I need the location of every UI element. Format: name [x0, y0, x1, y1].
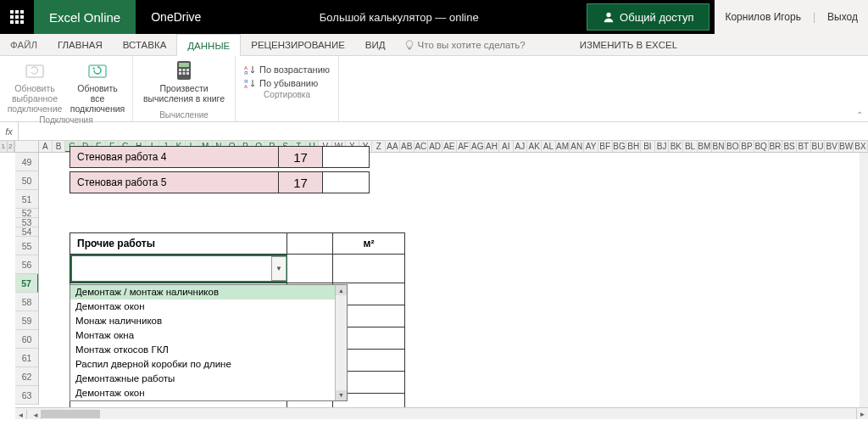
col-header-AC[interactable]: AC [415, 141, 429, 152]
scroll-thumb[interactable] [41, 410, 100, 418]
sort-asc-button[interactable]: АЯ По возрастанию [244, 64, 330, 75]
col-header-BG[interactable]: BG [613, 141, 627, 152]
dropdown-option[interactable]: Демонтаж окон [70, 299, 347, 314]
svg-rect-5 [179, 63, 189, 67]
col-header-BN[interactable]: BN [712, 141, 726, 152]
col-header-BO[interactable]: BO [726, 141, 740, 152]
col-header-AL[interactable]: AL [542, 141, 556, 152]
col-header-BL[interactable]: BL [683, 141, 698, 152]
col-header-Z[interactable]: Z [372, 141, 386, 152]
col-header-BI[interactable]: BI [641, 141, 655, 152]
row-header-49[interactable]: 49 [15, 153, 38, 171]
col-header-BW[interactable]: BW [839, 141, 854, 152]
row-header-55[interactable]: 55 [15, 237, 38, 255]
pink-row-2[interactable]: Стеновая работа 5 17 [70, 171, 370, 193]
col-header-BH[interactable]: BH [626, 141, 641, 152]
tab-view[interactable]: ВИД [355, 34, 396, 55]
dropdown-option[interactable]: Распил дверной коробки по длине [70, 357, 347, 372]
document-title: Большой калькулятор — online [216, 0, 581, 34]
scroll-left-icon[interactable]: ◄ [15, 410, 27, 420]
sort-desc-button[interactable]: ЯА По убыванию [244, 78, 330, 88]
share-button[interactable]: Общий доступ [587, 3, 709, 31]
col-header-AD[interactable]: AD [428, 141, 442, 152]
tab-data[interactable]: ДАННЫЕ [176, 34, 241, 56]
dropdown-scrollbar[interactable]: ▲ ▼ [335, 285, 347, 400]
exit-link[interactable]: Выход [827, 11, 858, 23]
col-header-AJ[interactable]: AJ [514, 141, 528, 152]
col-header-BK[interactable]: BK [669, 141, 683, 152]
col-header-BJ[interactable]: BJ [655, 141, 670, 152]
col-header-AK[interactable]: AK [527, 141, 542, 152]
row-header-50[interactable]: 50 [15, 171, 38, 190]
row-header-63[interactable]: 63 [15, 386, 38, 405]
share-label: Общий доступ [620, 11, 693, 24]
tab-review[interactable]: РЕЦЕНЗИРОВАНИЕ [241, 34, 355, 55]
col-header-BP[interactable]: BP [740, 141, 754, 152]
tab-insert[interactable]: ВСТАВКА [113, 34, 177, 55]
col-header-BS[interactable]: BS [782, 141, 797, 152]
col-header-BM[interactable]: BM [698, 141, 712, 152]
dropdown-option[interactable]: Монаж наличников [70, 314, 347, 328]
tab-home[interactable]: ГЛАВНАЯ [47, 34, 113, 55]
pink-row-2-label: Стеновая работа 5 [70, 172, 279, 193]
dropdown-option[interactable]: Демонтажные работы [70, 372, 347, 386]
refresh-all-button[interactable]: Обновить все подключения [71, 59, 124, 114]
col-header-AE[interactable]: AE [442, 141, 457, 152]
table-row-active[interactable]: ▼ [70, 255, 405, 283]
dropdown-option[interactable]: Демонтаж / монтаж наличников [70, 285, 347, 299]
col-header-AH[interactable]: AH [485, 141, 499, 152]
row-header-57[interactable]: 57 [15, 274, 38, 293]
dropdown-list[interactable]: Демонтаж / монтаж наличниковДемонтаж око… [70, 284, 348, 401]
onedrive-link[interactable]: OneDrive [136, 0, 216, 34]
col-header-BT[interactable]: BT [797, 141, 811, 152]
active-dropdown-cell[interactable]: ▼ [70, 255, 287, 283]
collapse-ribbon-icon[interactable]: ⌃ [856, 110, 863, 120]
col-header-BQ[interactable]: BQ [754, 141, 769, 152]
edit-in-excel[interactable]: ИЗМЕНИТЬ В EXCEL [568, 34, 689, 55]
col-header-AB[interactable]: AB [400, 141, 415, 152]
row-header-61[interactable]: 61 [15, 349, 38, 367]
cell-grid[interactable]: Стеновая работа 4 17 Стеновая работа 5 1… [39, 153, 860, 411]
vertical-scrollbar[interactable] [860, 153, 868, 407]
waffle-icon [10, 10, 24, 24]
dropdown-option[interactable]: Монтаж откосов ГКЛ [70, 343, 347, 357]
tell-me-search[interactable]: Что вы хотите сделать? [396, 34, 534, 55]
col-header-AM[interactable]: AM [556, 141, 570, 152]
row-header-60[interactable]: 60 [15, 330, 38, 349]
user-name[interactable]: Корнилов Игорь [725, 11, 801, 23]
dropdown-option[interactable]: Монтаж окна [70, 328, 347, 343]
calculate-button[interactable]: Произвести вычисления в книге [142, 59, 226, 104]
row-headers[interactable]: 495051525354555657585960616263 [15, 153, 39, 405]
col-header-AI[interactable]: AI [499, 141, 514, 152]
split-column-header[interactable]: 12 [0, 141, 15, 153]
row-header-62[interactable]: 62 [15, 367, 38, 386]
scroll-right-icon[interactable]: ► [856, 408, 868, 419]
col-header-AY[interactable]: AY [584, 141, 598, 152]
col-header-BF[interactable]: BF [598, 141, 613, 152]
row-header-56[interactable]: 56 [15, 255, 38, 274]
row-header-58[interactable]: 58 [15, 293, 38, 311]
row-header-54[interactable]: 54 [15, 227, 38, 237]
col-header-AG[interactable]: AG [470, 141, 485, 152]
tab-file[interactable]: ФАЙЛ [0, 34, 47, 55]
pink-row-1[interactable]: Стеновая работа 4 17 [70, 146, 370, 168]
col-header-AF[interactable]: AF [457, 141, 471, 152]
col-header-B[interactable]: B [53, 141, 66, 152]
horizontal-scrollbar[interactable]: ◄ ◄ ► [15, 407, 868, 419]
row-header-51[interactable]: 51 [15, 190, 38, 209]
col-header-AN[interactable]: AN [570, 141, 584, 152]
dropdown-toggle[interactable]: ▼ [271, 256, 287, 281]
col-header-BR[interactable]: BR [769, 141, 783, 152]
formula-input[interactable] [19, 126, 868, 137]
col-header-A[interactable]: A [39, 141, 53, 152]
scroll-down-icon[interactable]: ▼ [336, 390, 347, 400]
col-header-BX[interactable]: BX [854, 141, 868, 152]
col-header-BU[interactable]: BU [811, 141, 826, 152]
row-header-59[interactable]: 59 [15, 311, 38, 330]
col-header-AA[interactable]: AA [386, 141, 400, 152]
select-all-corner[interactable] [15, 141, 39, 153]
dropdown-option[interactable]: Демонтаж окон [70, 386, 347, 400]
col-header-BV[interactable]: BV [825, 141, 839, 152]
scroll-up-icon[interactable]: ▲ [336, 285, 347, 295]
app-launcher[interactable] [0, 0, 34, 34]
